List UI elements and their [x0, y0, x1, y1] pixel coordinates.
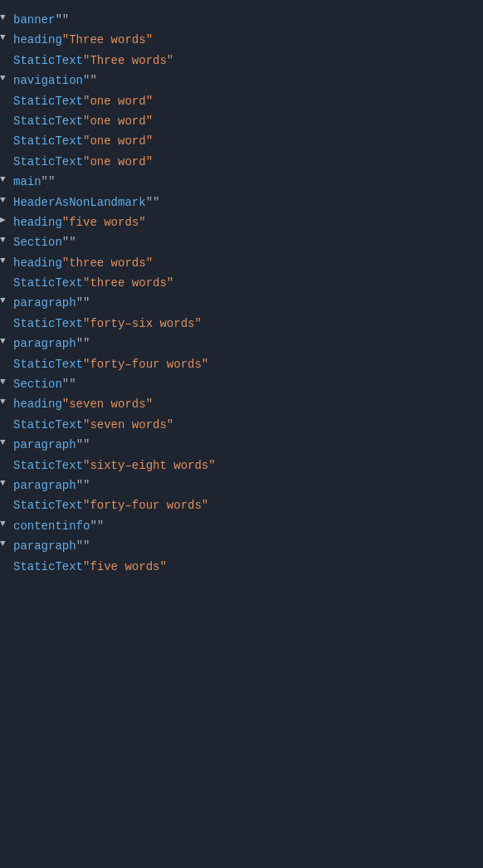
- node-type-label: main: [13, 173, 41, 191]
- tree-row[interactable]: paragraph "": [0, 435, 483, 455]
- tree-row[interactable]: banner "": [0, 10, 483, 30]
- node-value-label: "": [62, 233, 76, 251]
- node-value-label: "": [76, 294, 90, 312]
- accessibility-tree: banner ""heading "Three words"StaticText…: [0, 7, 483, 580]
- node-value-label: "five words": [83, 558, 167, 576]
- tree-row[interactable]: heading "three words": [0, 253, 483, 273]
- node-type-label: StaticText: [13, 51, 83, 70]
- tree-row[interactable]: StaticText "forty–six words": [0, 314, 483, 334]
- node-value-label: "Three words": [83, 51, 173, 70]
- tree-row[interactable]: StaticText "one word": [0, 91, 483, 111]
- toggle-expand-icon[interactable]: [0, 173, 13, 188]
- node-type-label: Section: [13, 375, 62, 393]
- node-value-label: "sixty–eight words": [83, 456, 216, 475]
- node-type-label: StaticText: [13, 558, 83, 576]
- tree-row[interactable]: paragraph "": [0, 334, 483, 354]
- node-type-label: paragraph: [13, 436, 76, 454]
- node-value-label: "forty–four words": [83, 355, 208, 373]
- toggle-expand-icon[interactable]: [0, 11, 13, 26]
- node-type-label: navigation: [13, 71, 83, 90]
- node-value-label: "one word": [83, 112, 153, 130]
- tree-row[interactable]: StaticText "five words": [0, 557, 483, 577]
- node-value-label: "five words": [62, 213, 146, 232]
- toggle-expand-icon[interactable]: [0, 233, 13, 248]
- node-value-label: "three words": [62, 254, 153, 272]
- node-value-label: "forty–four words": [83, 496, 208, 514]
- node-type-label: paragraph: [13, 537, 76, 555]
- node-type-label: paragraph: [13, 334, 76, 353]
- toggle-expand-icon[interactable]: [0, 334, 13, 349]
- node-type-label: paragraph: [13, 476, 76, 495]
- toggle-collapse-icon[interactable]: [0, 213, 13, 228]
- toggle-expand-icon[interactable]: [0, 71, 13, 86]
- node-value-label: "": [146, 193, 160, 212]
- tree-row[interactable]: HeaderAsNonLandmark "": [0, 193, 483, 212]
- node-type-label: StaticText: [13, 496, 83, 514]
- node-value-label: "one word": [83, 153, 153, 171]
- node-type-label: Section: [13, 233, 62, 251]
- tree-row[interactable]: heading "Three words": [0, 30, 483, 50]
- toggle-expand-icon[interactable]: [0, 294, 13, 309]
- node-type-label: HeaderAsNonLandmark: [13, 193, 146, 212]
- toggle-expand-icon[interactable]: [0, 395, 13, 410]
- node-type-label: StaticText: [13, 456, 83, 475]
- node-value-label: "": [41, 173, 56, 191]
- node-value-label: "one word": [83, 132, 153, 150]
- node-value-label: "": [76, 334, 90, 353]
- node-value-label: "": [76, 436, 90, 454]
- node-type-label: StaticText: [13, 112, 83, 130]
- tree-row[interactable]: paragraph "": [0, 293, 483, 313]
- toggle-expand-icon[interactable]: [0, 537, 13, 552]
- toggle-expand-icon[interactable]: [0, 254, 13, 269]
- toggle-expand-icon[interactable]: [0, 517, 13, 532]
- tree-row[interactable]: StaticText "three words": [0, 273, 483, 293]
- node-type-label: StaticText: [13, 355, 83, 373]
- node-type-label: heading: [13, 395, 62, 413]
- node-type-label: heading: [13, 213, 62, 232]
- node-type-label: paragraph: [13, 294, 76, 312]
- node-value-label: "": [76, 476, 90, 495]
- node-type-label: contentinfo: [13, 517, 90, 535]
- tree-row[interactable]: StaticText "forty–four words": [0, 495, 483, 515]
- tree-row[interactable]: StaticText "forty–four words": [0, 354, 483, 374]
- node-type-label: StaticText: [13, 315, 83, 333]
- node-type-label: StaticText: [13, 153, 83, 171]
- node-type-label: banner: [13, 11, 55, 29]
- node-type-label: StaticText: [13, 274, 83, 292]
- node-value-label: "": [76, 537, 90, 555]
- node-value-label: "one word": [83, 92, 153, 110]
- node-value-label: "three words": [83, 274, 173, 292]
- node-type-label: StaticText: [13, 132, 83, 150]
- node-type-label: StaticText: [13, 416, 83, 434]
- tree-row[interactable]: StaticText "one word": [0, 111, 483, 131]
- node-value-label: "seven words": [83, 416, 173, 434]
- toggle-expand-icon[interactable]: [0, 31, 13, 46]
- tree-row[interactable]: navigation "": [0, 71, 483, 90]
- toggle-expand-icon[interactable]: [0, 476, 13, 491]
- node-value-label: "forty–six words": [83, 315, 202, 333]
- node-value-label: "": [83, 71, 97, 90]
- node-type-label: heading: [13, 31, 62, 49]
- node-type-label: StaticText: [13, 92, 83, 110]
- tree-row[interactable]: StaticText "one word": [0, 131, 483, 151]
- tree-row[interactable]: Section "": [0, 232, 483, 252]
- toggle-expand-icon[interactable]: [0, 436, 13, 451]
- toggle-expand-icon[interactable]: [0, 375, 13, 390]
- node-value-label: "seven words": [62, 395, 153, 413]
- node-value-label: "": [62, 375, 76, 393]
- tree-row[interactable]: Section "": [0, 374, 483, 394]
- tree-row[interactable]: main "": [0, 172, 483, 192]
- tree-row[interactable]: paragraph "": [0, 536, 483, 556]
- tree-row[interactable]: StaticText "one word": [0, 152, 483, 172]
- node-value-label: "": [55, 11, 69, 29]
- tree-row[interactable]: StaticText "seven words": [0, 415, 483, 435]
- node-type-label: heading: [13, 254, 62, 272]
- tree-row[interactable]: contentinfo "": [0, 516, 483, 536]
- tree-row[interactable]: heading "seven words": [0, 394, 483, 414]
- node-value-label: "Three words": [62, 31, 153, 49]
- tree-row[interactable]: StaticText "Three words": [0, 51, 483, 71]
- tree-row[interactable]: StaticText "sixty–eight words": [0, 456, 483, 475]
- tree-row[interactable]: heading "five words": [0, 212, 483, 232]
- tree-row[interactable]: paragraph "": [0, 475, 483, 495]
- toggle-expand-icon[interactable]: [0, 193, 13, 208]
